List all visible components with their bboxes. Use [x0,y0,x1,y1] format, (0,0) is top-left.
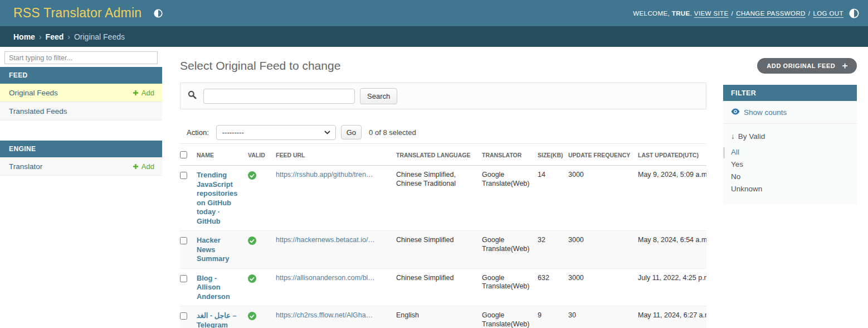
add-original-feed-link[interactable]: Add [133,89,154,97]
sidebar-filter-input[interactable] [4,51,158,64]
app-header: RSS Translator Admin WELCOME, TRUE. VIEW… [0,0,868,26]
feed-name-link[interactable]: Trending JavaScript repositories on GitH… [197,171,237,225]
feed-url-link[interactable]: https://hackernews.betacat.io/… [276,236,375,244]
nav-sidebar: FEED Original Feeds Add Translated Feeds… [0,47,162,176]
select-all-checkbox[interactable] [180,151,187,158]
column-header-name[interactable]: NAME [197,144,248,166]
action-label: Action: [187,128,209,137]
translated-language-cell: Chinese Simplified [396,268,482,306]
feed-name-link[interactable]: Hacker News Summary [197,236,229,263]
action-select[interactable]: --------- [216,125,336,140]
table-header-row: NAME VALID FEED URL TRANSLATED LANGUAGE … [180,144,706,166]
arrow-down-icon: ↓ [731,132,735,141]
theme-toggle-icon[interactable] [849,8,859,18]
column-header-feed-url[interactable]: FEED URL [276,144,396,166]
search-button[interactable]: Search [360,88,397,104]
feed-url-link[interactable]: https://ch2rss.fflow.net/AlGha… [276,311,373,319]
breadcrumb-home[interactable]: Home [13,32,35,41]
translator-cell: Google Translate(Web) [482,268,538,306]
go-button[interactable]: Go [341,125,362,139]
filter-option-unknown[interactable]: Unknown [723,183,857,195]
column-header-translated-language[interactable]: TRANSLATED LANGUAGE [396,144,482,166]
translated-language-cell: Chinese Simplified, Chinese Traditional [396,166,482,231]
last-updated-cell: May 8, 2024, 6:54 a.m. [638,231,706,269]
row-checkbox[interactable] [180,237,187,244]
update-frequency-cell: 30 [568,306,638,328]
column-header-size[interactable]: SIZE(KB) [538,144,568,166]
size-cell: 14 [538,166,568,231]
breadcrumb: Home › Feed › Original Feeds [0,26,868,47]
add-translator-link[interactable]: Add [133,162,154,171]
size-cell: 9 [538,306,568,328]
filter-option-yes[interactable]: Yes [723,158,857,171]
valid-check-icon [248,312,256,323]
row-checkbox[interactable] [180,312,187,320]
view-site-link[interactable]: VIEW SITE [694,10,729,17]
user-tools: WELCOME, TRUE. VIEW SITE / CHANGE PASSWO… [633,0,859,26]
column-header-valid[interactable]: VALID [248,144,276,166]
change-password-link[interactable]: CHANGE PASSWORD [736,10,806,17]
theme-toggle-icon[interactable] [154,9,163,18]
translated-language-cell: English [396,306,482,328]
original-feeds-link[interactable]: Original Feeds [9,89,58,97]
eye-icon [731,108,740,117]
table-row: Hacker News Summary https://hackernews.b… [180,231,706,269]
breadcrumb-feed[interactable]: Feed [46,32,64,41]
breadcrumb-separator: › [67,32,70,41]
sidebar-item-translator[interactable]: Translator Add [0,157,162,176]
row-checkbox[interactable] [180,275,187,282]
table-row: Blog - Allison Anderson https://allisona… [180,268,706,306]
username: TRUE [672,10,690,17]
show-counts-toggle[interactable]: Show counts [723,101,857,124]
sidebar-module-engine: ENGINE Translator Add [0,141,162,176]
translated-language-cell: Chinese Simplified [396,231,482,269]
plus-icon [133,90,139,96]
translated-feeds-link[interactable]: Translated Feeds [9,107,67,115]
breadcrumb-current: Original Feeds [74,32,125,41]
valid-check-icon [248,171,256,182]
sidebar-item-original-feeds[interactable]: Original Feeds Add [0,84,162,102]
row-checkbox[interactable] [180,172,187,179]
filter-panel: FILTER Show counts ↓ By Valid All Yes No… [723,85,857,204]
feed-url-link[interactable]: https://rsshub.app/github/tren… [276,171,373,179]
last-updated-cell: May 11, 2024, 6:27 a.m. [638,306,706,328]
filter-group-by-valid: ↓ By Valid [723,124,857,146]
column-header-translator[interactable]: TRANSLATOR [482,144,538,166]
result-list: NAME VALID FEED URL TRANSLATED LANGUAGE … [180,143,706,328]
feed-url-link[interactable]: https://allisonanderson.com/bl… [276,274,375,282]
size-cell: 32 [538,231,568,269]
add-original-feed-button[interactable]: ADD ORIGINAL FEED ＋ [757,58,857,74]
app-title: RSS Translator Admin [13,6,142,21]
last-updated-cell: July 11, 2022, 4:25 p.m. [638,268,706,306]
module-caption: FEED [0,67,162,84]
plus-icon [133,163,139,170]
search-icon [188,90,197,102]
last-updated-cell: May 9, 2024, 5:09 a.m. [638,166,706,231]
size-cell: 632 [538,268,568,306]
filter-option-no[interactable]: No [723,171,857,183]
translator-cell: Google Translate(Web) [482,166,538,231]
sidebar-item-translated-feeds[interactable]: Translated Feeds [0,102,162,120]
actions-row: Action: --------- Go 0 of 8 selected [180,124,706,141]
chevron-down-icon [324,131,330,134]
feed-name-link[interactable]: Blog - Allison Anderson [197,274,230,301]
search-bar: Search [180,83,706,109]
table-row: Trending JavaScript repositories on GitH… [180,166,706,231]
module-caption: ENGINE [0,141,162,157]
valid-check-icon [248,274,256,286]
column-header-update-frequency[interactable]: UPDATE FREQUENCY [568,144,638,166]
update-frequency-cell: 3000 [568,268,638,306]
feed-name-link[interactable]: عاجل - الغد – Telegram [197,311,237,328]
table-row: عاجل - الغد – Telegram https://ch2rss.ff… [180,306,706,328]
update-frequency-cell: 3000 [568,231,638,269]
column-header-last-updated[interactable]: LAST UPDATED(UTC) [638,144,706,166]
filter-option-all[interactable]: All [723,146,857,158]
translator-link[interactable]: Translator [9,162,42,171]
search-input[interactable] [203,89,355,104]
page-title: Select Original Feed to change [180,59,340,73]
translator-cell: Google Translate(Web) [482,231,538,269]
translator-cell: Google Translate(Web) [482,306,538,328]
logout-link[interactable]: LOG OUT [813,10,843,17]
selected-count: 0 of 8 selected [369,128,416,137]
update-frequency-cell: 3000 [568,166,638,231]
